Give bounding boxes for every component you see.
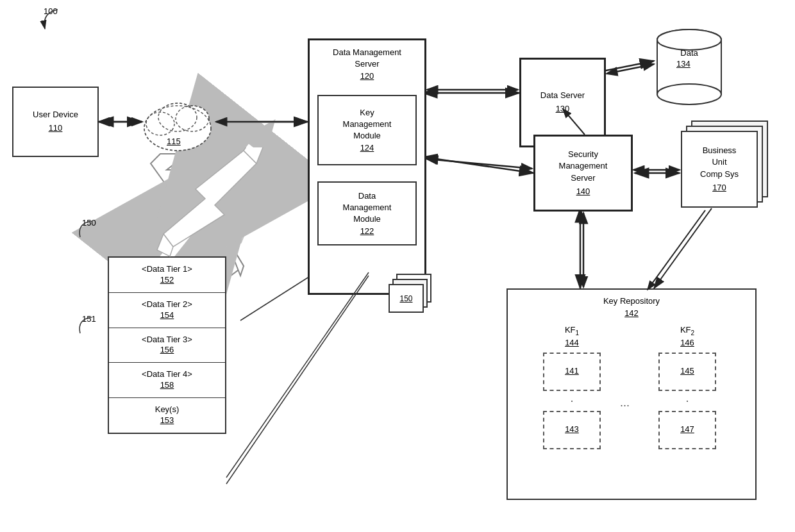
kf2-label: KF2 [680, 325, 694, 335]
tier3-row: <Data Tier 3> 156 [109, 328, 225, 363]
kf1-id: 144 [565, 338, 579, 347]
key-repo-box: Key Repository 142 KF1 144 141 · 143 ···… [506, 288, 757, 500]
svg-line-51 [427, 159, 532, 169]
data-server-box: Data Server 130 [519, 58, 606, 147]
ds-id: 130 [556, 104, 570, 115]
user-device-box: User Device 110 [12, 87, 99, 157]
sms-title: SecurityManagementServer [559, 149, 608, 184]
tier3-label: <Data Tier 3> [113, 335, 221, 345]
data-storage-title: Data [667, 48, 712, 58]
ds-title: Data Server [540, 90, 585, 101]
key-141-box: 141 [543, 353, 601, 391]
user-device-title: User Device [33, 110, 78, 121]
key-145: 145 [680, 366, 694, 377]
bu-title: BusinessUnitComp Sys [700, 145, 739, 180]
svg-line-56 [226, 276, 369, 484]
data-mgmt-module-box: DataManagementModule 122 [317, 181, 417, 245]
kmm-title: KeyManagementModule [343, 107, 392, 142]
keys-id: 153 [113, 415, 221, 426]
tier3-id: 156 [113, 345, 221, 356]
key-143: 143 [565, 424, 579, 435]
tier4-label: <Data Tier 4> [113, 369, 221, 380]
tier4-row: <Data Tier 4> 158 [109, 363, 225, 398]
sms-id: 140 [576, 187, 590, 197]
key-mgmt-module-box: KeyManagementModule 124 [317, 95, 417, 165]
svg-line-12 [654, 208, 712, 288]
svg-point-42 [657, 29, 721, 50]
key-141: 141 [565, 366, 579, 377]
data-mgmt-server-box: Data ManagementServer 120 KeyManagementM… [308, 38, 426, 295]
bu-box-front: BusinessUnitComp Sys 170 [681, 131, 758, 208]
kmm-id: 124 [360, 143, 374, 154]
data-tier-table: <Data Tier 1> 152 <Data Tier 2> 154 <Dat… [108, 256, 226, 434]
tier1-label: <Data Tier 1> [113, 264, 221, 275]
svg-line-8 [423, 157, 533, 173]
kf1-label: KF1 [565, 325, 579, 335]
tier4-id: 158 [113, 380, 221, 391]
tier2-label: <Data Tier 2> [113, 299, 221, 310]
tier1-row: <Data Tier 1> 152 [109, 258, 225, 293]
stack-id: 150 [399, 294, 412, 303]
svg-point-34 [160, 104, 196, 129]
tier1-id: 152 [113, 275, 221, 286]
dmm-title: DataManagementModule [343, 190, 392, 226]
tier2-id: 154 [113, 310, 221, 321]
svg-line-24 [157, 147, 253, 269]
key-147-box: 147 [658, 411, 716, 449]
key-147: 147 [680, 424, 694, 435]
security-mgmt-server-box: SecurityManagementServer 140 [533, 135, 633, 212]
svg-line-55 [648, 210, 705, 290]
data-storage-id: 134 [676, 59, 690, 69]
key-143-box: 143 [543, 411, 601, 449]
kr-id: 142 [624, 308, 639, 318]
dms-id: 120 [360, 71, 374, 82]
dmm-id: 122 [360, 226, 374, 237]
keys-row: Key(s) 153 [109, 398, 225, 433]
svg-point-41 [657, 84, 721, 104]
svg-line-57 [226, 272, 369, 478]
svg-line-50 [607, 64, 654, 74]
kr-title: Key Repository [603, 296, 660, 306]
key-145-box: 145 [658, 353, 716, 391]
dms-title: Data ManagementServer [333, 47, 401, 70]
kf2-id: 146 [680, 338, 694, 347]
stack-box-150-front: 150 [389, 284, 424, 313]
cloud-id: 115 [167, 137, 181, 146]
bu-id: 170 [712, 183, 726, 194]
tier2-row: <Data Tier 2> 154 [109, 293, 225, 328]
user-device-id: 110 [49, 123, 63, 134]
keys-label: Key(s) [113, 404, 221, 415]
